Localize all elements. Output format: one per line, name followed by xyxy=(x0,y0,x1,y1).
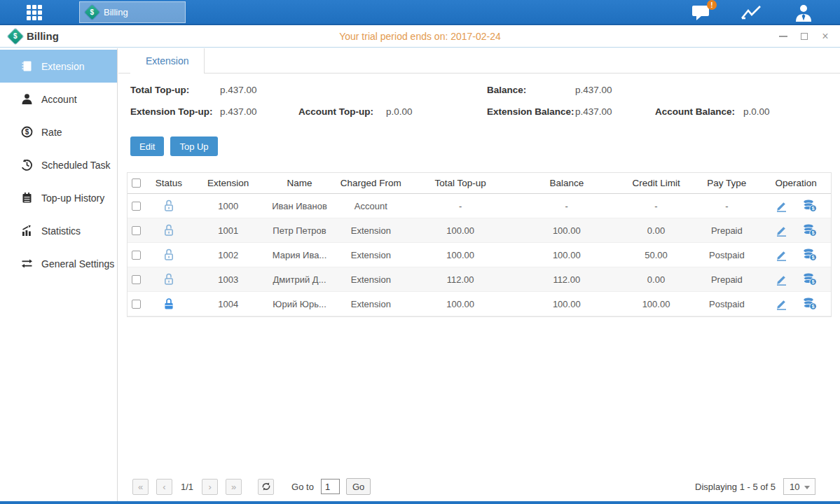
window-titlebar: $ Billing Your trial period ends on: 201… xyxy=(0,25,840,48)
cell-name: Юрий Юрь... xyxy=(265,292,335,316)
table-row: 1003 Дмитрий Д... Extension 112.00 112.0… xyxy=(128,267,831,292)
cell-pay-type: Postpaid xyxy=(692,292,761,316)
topup-row-icon[interactable]: $ xyxy=(803,224,817,237)
table-row: 1000 Иван Иванов Account - - - - $ xyxy=(128,194,831,218)
sidebar-item-topup-history[interactable]: Top-up History xyxy=(0,181,117,214)
account-balance-label: Account Balance: xyxy=(655,106,735,117)
general-settings-icon xyxy=(21,258,33,270)
taskbar: $ Billing ! xyxy=(0,0,840,25)
top-up-button[interactable]: Top Up xyxy=(170,136,217,156)
topup-row-icon[interactable]: $ xyxy=(803,248,817,261)
tab-bar: Extension xyxy=(118,48,840,74)
edit-row-icon[interactable] xyxy=(776,298,787,310)
account-topup-label: Account Top-up: xyxy=(298,106,373,117)
column-pay-type: Pay Type xyxy=(692,173,761,193)
sidebar-item-account[interactable]: Account xyxy=(0,83,117,115)
total-topup-label: Total Top-up: xyxy=(130,85,189,95)
sidebar-item-label: Rate xyxy=(41,127,62,138)
maximize-icon[interactable] xyxy=(799,31,809,41)
cell-total-topup: 100.00 xyxy=(407,218,514,242)
extension-icon xyxy=(21,60,33,72)
billing-logo-icon: $ xyxy=(8,28,24,44)
sidebar-item-extension[interactable]: Extension xyxy=(0,50,117,83)
extension-topup-value: p.437.00 xyxy=(220,106,257,117)
cell-credit-limit: 0.00 xyxy=(620,267,693,291)
cell-balance: 100.00 xyxy=(514,292,620,316)
prev-page-button[interactable]: ‹ xyxy=(156,479,172,495)
cell-charged-from: Account xyxy=(334,194,407,218)
sidebar-item-label: Extension xyxy=(41,61,84,72)
unlocked-icon xyxy=(163,224,174,237)
page-size-select[interactable]: 10 xyxy=(783,478,815,495)
billing-app-icon: $ xyxy=(85,5,99,20)
first-page-button[interactable]: « xyxy=(132,479,149,495)
notifications-icon[interactable]: ! xyxy=(691,4,711,21)
row-checkbox[interactable] xyxy=(132,300,141,309)
cell-balance: 100.00 xyxy=(514,243,620,267)
topup-row-icon[interactable]: $ xyxy=(803,298,817,310)
billing-window: $ Billing Your trial period ends on: 201… xyxy=(0,25,840,501)
locked-icon xyxy=(163,298,174,310)
sidebar-item-rate[interactable]: $ Rate xyxy=(0,115,117,148)
column-status: Status xyxy=(146,173,192,193)
cell-balance: 100.00 xyxy=(514,218,620,242)
cell-credit-limit: 50.00 xyxy=(620,243,693,267)
close-icon[interactable]: × xyxy=(820,31,830,41)
sidebar-item-label: Account xyxy=(41,94,77,105)
cell-name: Дмитрий Д... xyxy=(265,267,335,291)
unlocked-icon xyxy=(163,200,174,212)
edit-row-icon[interactable] xyxy=(776,249,787,261)
cell-charged-from: Extension xyxy=(334,243,407,267)
notification-badge: ! xyxy=(707,0,717,10)
topup-row-icon[interactable]: $ xyxy=(803,200,817,212)
app-launcher-icon[interactable] xyxy=(27,5,46,20)
go-button[interactable]: Go xyxy=(346,478,371,495)
select-all-checkbox[interactable] xyxy=(132,178,141,188)
cell-total-topup: 100.00 xyxy=(407,243,514,267)
svg-text:$: $ xyxy=(25,128,29,136)
sidebar-item-scheduled-task[interactable]: Scheduled Task xyxy=(0,148,117,181)
account-icon xyxy=(21,93,33,105)
goto-page-input[interactable] xyxy=(321,479,340,494)
row-checkbox[interactable] xyxy=(132,251,141,260)
account-balance-value: p.0.00 xyxy=(743,106,770,117)
row-checkbox[interactable] xyxy=(132,226,141,235)
page-indicator: 1/1 xyxy=(181,482,193,492)
next-page-button[interactable]: › xyxy=(202,479,218,495)
chevron-down-icon xyxy=(804,486,810,489)
row-checkbox[interactable] xyxy=(132,275,141,284)
cell-name: Иван Иванов xyxy=(265,194,335,218)
last-page-button[interactable]: » xyxy=(226,479,242,495)
minimize-icon[interactable] xyxy=(778,31,788,41)
refresh-button[interactable] xyxy=(258,479,274,495)
pagination-bar: « ‹ 1/1 › » Go to Go Displaying 1 - 5 of… xyxy=(132,477,815,496)
sidebar-item-general-settings[interactable]: General Settings xyxy=(0,247,117,280)
cell-extension: 1001 xyxy=(192,218,265,242)
tab-extension[interactable]: Extension xyxy=(130,48,205,74)
column-balance: Balance xyxy=(514,173,620,193)
cell-total-topup: 112.00 xyxy=(407,267,514,291)
sidebar-item-statistics[interactable]: Statistics xyxy=(0,214,117,247)
column-charged-from: Charged From xyxy=(334,173,407,193)
table-body: 1000 Иван Иванов Account - - - - $ xyxy=(128,194,831,316)
page-size-value: 10 xyxy=(790,482,799,492)
user-account-icon[interactable] xyxy=(794,4,813,22)
sidebar-item-label: General Settings xyxy=(41,258,114,270)
cell-pay-type: - xyxy=(692,194,761,218)
edit-row-icon[interactable] xyxy=(776,225,787,237)
sidebar-item-label: Statistics xyxy=(41,225,81,237)
extension-topup-label: Extension Top-up: xyxy=(130,106,213,117)
edit-button[interactable]: Edit xyxy=(130,136,164,156)
cell-balance: 112.00 xyxy=(514,267,620,291)
unlocked-icon xyxy=(163,273,174,286)
cell-charged-from: Extension xyxy=(334,218,407,242)
resource-monitor-icon[interactable] xyxy=(741,4,764,21)
sidebar-item-label: Top-up History xyxy=(41,192,104,204)
edit-row-icon[interactable] xyxy=(776,274,787,286)
balance-value: p.437.00 xyxy=(575,85,612,95)
edit-row-icon[interactable] xyxy=(776,200,787,212)
taskbar-tab-billing[interactable]: $ Billing xyxy=(79,1,186,23)
row-checkbox[interactable] xyxy=(132,202,141,211)
cell-credit-limit: 0.00 xyxy=(620,218,693,242)
topup-row-icon[interactable]: $ xyxy=(803,273,817,286)
